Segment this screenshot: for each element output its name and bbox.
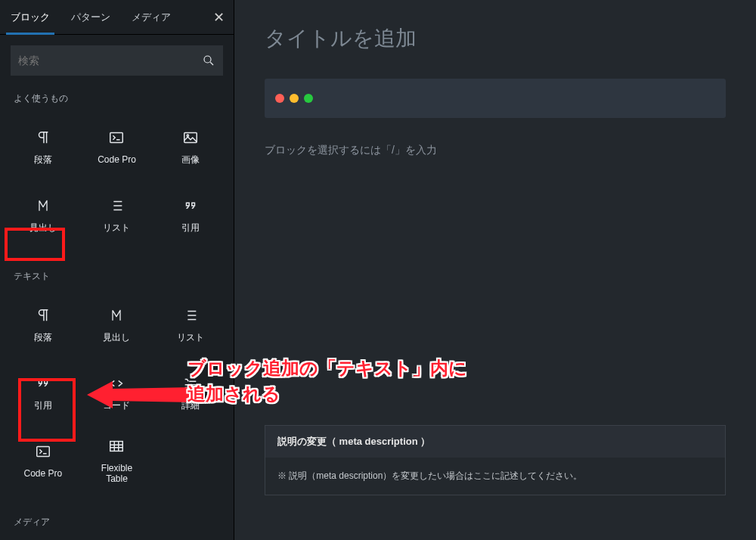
block-heading[interactable]: 見出し bbox=[80, 290, 154, 358]
section-text-label: テキスト bbox=[0, 258, 234, 286]
tab-pattern[interactable]: パターン bbox=[60, 0, 121, 35]
section-frequent-label: よく使うもの bbox=[0, 80, 234, 108]
block-inserter-panel: ブロック パターン メディア ✕ よく使うもの 段落 Code Pro 画像 見… bbox=[0, 0, 234, 540]
window-dot-yellow bbox=[290, 94, 299, 103]
svg-point-4 bbox=[187, 135, 188, 136]
table-icon bbox=[107, 437, 125, 455]
code-block-preview[interactable] bbox=[265, 79, 726, 118]
list-icon bbox=[181, 306, 200, 324]
window-dot-green bbox=[304, 94, 313, 103]
svg-point-0 bbox=[204, 56, 211, 63]
section-media-label: メディア bbox=[0, 504, 234, 532]
block-label: 見出し bbox=[103, 332, 130, 343]
block-list[interactable]: リスト bbox=[153, 290, 228, 358]
block-label: 段落 bbox=[34, 332, 52, 343]
block-label: 段落 bbox=[34, 154, 52, 165]
quote-icon bbox=[181, 197, 200, 215]
block-label: Code Pro bbox=[23, 468, 62, 479]
meta-description-note: ※ 説明（meta description）を変更したい場合はここに記述してくだ… bbox=[265, 458, 725, 495]
quote-icon bbox=[34, 374, 52, 393]
svg-marker-10 bbox=[87, 381, 193, 408]
block-label: 引用 bbox=[34, 400, 52, 411]
close-icon: ✕ bbox=[213, 9, 225, 26]
svg-rect-6 bbox=[110, 441, 123, 451]
block-image[interactable]: 画像 bbox=[153, 113, 228, 181]
block-label: リスト bbox=[103, 222, 130, 233]
meta-description-box: 説明の変更（ meta description ） ※ 説明（meta desc… bbox=[265, 425, 726, 495]
block-placeholder[interactable]: ブロックを選択するには「/」を入力 bbox=[234, 118, 756, 183]
block-code-pro[interactable]: Code Pro bbox=[80, 113, 154, 181]
block-image[interactable]: 画像 bbox=[6, 536, 80, 540]
editor-canvas: タイトルを追加 ブロックを選択するには「/」を入力 説明の変更（ meta de… bbox=[234, 0, 756, 540]
svg-line-1 bbox=[210, 62, 213, 65]
search-icon bbox=[202, 54, 215, 67]
search-input[interactable] bbox=[18, 54, 202, 67]
block-media-text[interactable]: メディアとテ キスト bbox=[153, 536, 228, 540]
block-search[interactable] bbox=[11, 45, 223, 76]
terminal-icon bbox=[107, 129, 125, 147]
svg-rect-3 bbox=[184, 132, 197, 142]
svg-rect-5 bbox=[37, 446, 50, 456]
heading-icon bbox=[107, 306, 125, 324]
block-label: 引用 bbox=[181, 222, 200, 233]
block-audio[interactable]: 音声 bbox=[80, 536, 154, 540]
block-quote[interactable]: 引用 bbox=[153, 181, 228, 249]
block-flexible-table[interactable]: Flexible Table bbox=[80, 427, 154, 495]
svg-rect-2 bbox=[110, 132, 123, 142]
tab-block[interactable]: ブロック bbox=[0, 0, 60, 35]
paragraph-icon bbox=[34, 129, 52, 147]
list-icon bbox=[107, 197, 125, 215]
block-label: 画像 bbox=[181, 154, 200, 165]
annotation-text: ブロック追加の「テキスト」内に 追加される bbox=[187, 355, 467, 406]
block-label: Code Pro bbox=[98, 154, 136, 165]
block-paragraph[interactable]: 段落 bbox=[6, 113, 80, 181]
post-title-input[interactable]: タイトルを追加 bbox=[234, 0, 756, 74]
grid-frequent: 段落 Code Pro 画像 見出し リスト 引用 bbox=[0, 108, 234, 258]
block-code-pro[interactable]: Code Pro bbox=[6, 427, 80, 495]
block-paragraph[interactable]: 段落 bbox=[6, 290, 80, 358]
meta-description-heading: 説明の変更（ meta description ） bbox=[265, 426, 725, 458]
block-label: リスト bbox=[177, 332, 204, 343]
tab-pattern-label: パターン bbox=[71, 11, 110, 23]
inserter-tabs: ブロック パターン メディア ✕ bbox=[0, 0, 234, 35]
tab-block-label: ブロック bbox=[11, 11, 50, 23]
heading-icon bbox=[34, 197, 52, 215]
window-dot-red bbox=[275, 94, 284, 103]
tab-media-label: メディア bbox=[132, 11, 171, 23]
block-list[interactable]: リスト bbox=[80, 181, 154, 249]
annotation-arrow bbox=[87, 377, 193, 413]
terminal-icon bbox=[34, 442, 52, 461]
image-icon bbox=[181, 129, 200, 147]
block-label: Flexible Table bbox=[101, 463, 132, 485]
tab-media[interactable]: メディア bbox=[121, 0, 181, 35]
grid-media: 画像 音声 メディアとテ キスト bbox=[0, 532, 234, 540]
block-heading[interactable]: 見出し bbox=[6, 181, 80, 249]
paragraph-icon bbox=[34, 306, 52, 324]
close-inserter-button[interactable]: ✕ bbox=[203, 2, 234, 33]
block-quote[interactable]: 引用 bbox=[6, 358, 80, 427]
block-label: 見出し bbox=[29, 222, 57, 233]
